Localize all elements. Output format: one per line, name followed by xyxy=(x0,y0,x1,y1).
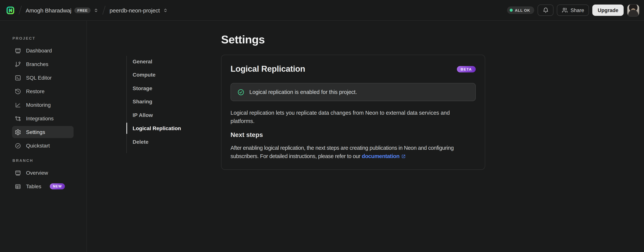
settings-nav-storage[interactable]: Storage xyxy=(126,82,206,95)
bell-icon xyxy=(542,7,549,14)
external-link-icon[interactable] xyxy=(401,154,406,159)
beta-badge: BETA xyxy=(457,66,476,72)
org-name: Amogh Bharadwaj xyxy=(26,7,71,14)
sidebar-item-overview[interactable]: Overview xyxy=(12,167,74,179)
notifications-button[interactable] xyxy=(538,4,554,16)
user-avatar[interactable] xyxy=(627,4,640,16)
topbar: Amogh Bharadwaj FREE peerdb-neon-project xyxy=(0,0,644,21)
check-circle-icon xyxy=(237,88,244,96)
settings-nav-sharing[interactable]: Sharing xyxy=(126,95,206,108)
breadcrumb-slash xyxy=(102,6,106,14)
project-switcher[interactable]: peerdb-neon-project xyxy=(110,7,168,14)
table-icon xyxy=(15,183,21,190)
sidebar-item-label: Overview xyxy=(26,170,48,176)
share-label: Share xyxy=(570,7,584,13)
sidebar-project-list: Dashboard Branches xyxy=(0,44,86,152)
main-content: General Compute Storage Sharing IP Allow… xyxy=(87,21,644,252)
settings-nav-delete[interactable]: Delete xyxy=(126,135,206,148)
replication-description: Logical replication lets you replicate d… xyxy=(230,109,468,125)
project-name: peerdb-neon-project xyxy=(110,7,160,14)
history-icon xyxy=(15,88,21,94)
page-title: Settings xyxy=(221,33,485,46)
sidebar-item-label: Tables xyxy=(26,183,41,190)
window-icon xyxy=(15,170,21,176)
status-label: ALL OK xyxy=(515,8,530,12)
share-button[interactable]: Share xyxy=(557,4,589,16)
app-window: Amogh Bharadwaj FREE peerdb-neon-project xyxy=(0,0,644,252)
sidebar-item-label: Restore xyxy=(26,88,44,94)
new-badge: NEW xyxy=(50,184,65,190)
sidebar-item-monitoring[interactable]: Monitoring xyxy=(12,99,74,111)
documentation-link[interactable]: documentation xyxy=(362,153,400,159)
chevron-up-down-icon xyxy=(163,8,168,13)
sidebar-item-restore[interactable]: Restore xyxy=(12,85,74,97)
replication-enabled-alert: Logical replication is enabled for this … xyxy=(230,83,476,101)
sidebar-item-label: Monitoring xyxy=(26,102,51,108)
card-title: Logical Replication xyxy=(230,64,305,74)
sidebar-item-label: Integrations xyxy=(26,116,54,122)
logical-replication-card: Logical Replication BETA Logical replica… xyxy=(221,55,485,170)
integrations-icon xyxy=(15,115,21,122)
status-dot-icon xyxy=(510,9,512,12)
sidebar-item-label: Quickstart xyxy=(26,142,50,149)
settings-nav-logical-replication[interactable]: Logical Replication xyxy=(126,122,206,135)
upgrade-button[interactable]: Upgrade xyxy=(592,4,624,16)
users-icon xyxy=(562,7,568,13)
terminal-icon xyxy=(15,74,21,81)
settings-nav-ip-allow[interactable]: IP Allow xyxy=(126,108,206,122)
neon-logo[interactable] xyxy=(6,6,15,14)
next-steps-title: Next steps xyxy=(230,131,476,139)
gear-icon xyxy=(15,129,21,135)
breadcrumb-slash xyxy=(19,6,22,14)
sidebar-item-branches[interactable]: Branches xyxy=(12,58,74,70)
settings-nav: General Compute Storage Sharing IP Allow… xyxy=(126,55,206,148)
upgrade-label: Upgrade xyxy=(598,7,618,13)
sidebar-item-integrations[interactable]: Integrations xyxy=(12,112,74,124)
chevron-up-down-icon xyxy=(94,8,99,13)
sidebar-item-label: SQL Editor xyxy=(26,75,52,81)
sidebar-section-branch: BRANCH xyxy=(12,158,86,162)
sidebar-branch-list: Overview Tables NEW xyxy=(0,167,86,192)
sidebar-item-label: Branches xyxy=(26,61,48,67)
breadcrumb: Amogh Bharadwaj FREE peerdb-neon-project xyxy=(6,6,168,15)
sidebar: PROJECT Dashboard Br xyxy=(0,21,87,252)
plan-badge: FREE xyxy=(74,7,91,13)
sidebar-item-tables[interactable]: Tables NEW xyxy=(12,180,74,192)
sidebar-item-dashboard[interactable]: Dashboard xyxy=(12,44,74,56)
sidebar-item-quickstart[interactable]: Quickstart xyxy=(12,140,74,152)
next-steps-prefix: After enabling logical replication, the … xyxy=(230,145,454,159)
check-circle-icon xyxy=(15,142,21,149)
sidebar-section-project: PROJECT xyxy=(12,36,86,40)
sidebar-item-label: Settings xyxy=(26,129,45,135)
sidebar-item-label: Dashboard xyxy=(26,48,52,54)
settings-nav-compute[interactable]: Compute xyxy=(126,68,206,82)
sidebar-item-sql-editor[interactable]: SQL Editor xyxy=(12,72,74,84)
dashboard-icon xyxy=(15,47,21,54)
topbar-actions: ALL OK xyxy=(507,4,640,16)
sidebar-item-settings[interactable]: Settings xyxy=(12,126,74,138)
git-branch-icon xyxy=(15,61,21,67)
next-steps-text: After enabling logical replication, the … xyxy=(230,144,476,160)
alert-text: Logical replication is enabled for this … xyxy=(250,89,357,95)
status-badge[interactable]: ALL OK xyxy=(507,6,534,14)
chart-icon xyxy=(15,102,21,108)
settings-nav-general[interactable]: General xyxy=(126,55,206,68)
org-switcher[interactable]: Amogh Bharadwaj FREE xyxy=(26,7,99,14)
